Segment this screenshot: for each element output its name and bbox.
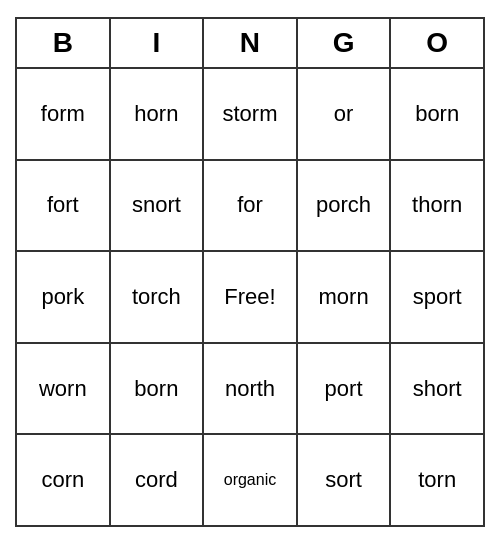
bingo-cell-2-2: Free! xyxy=(204,252,298,342)
bingo-cell-4-2: organic xyxy=(204,435,298,525)
bingo-cell-1-4: thorn xyxy=(391,161,483,251)
bingo-cell-0-3: or xyxy=(298,69,392,159)
bingo-row-3: wornbornnorthportshort xyxy=(17,344,483,436)
header-cell-i: I xyxy=(111,19,205,67)
bingo-cell-1-2: for xyxy=(204,161,298,251)
bingo-cell-2-1: torch xyxy=(111,252,205,342)
header-cell-n: N xyxy=(204,19,298,67)
bingo-cell-0-0: form xyxy=(17,69,111,159)
bingo-cell-3-1: born xyxy=(111,344,205,434)
bingo-cell-0-2: storm xyxy=(204,69,298,159)
bingo-cell-4-0: corn xyxy=(17,435,111,525)
bingo-cell-3-4: short xyxy=(391,344,483,434)
bingo-row-2: porktorchFree!mornsport xyxy=(17,252,483,344)
header-cell-o: O xyxy=(391,19,483,67)
bingo-body: formhornstormorbornfortsnortforporchthor… xyxy=(17,69,483,525)
bingo-cell-4-3: sort xyxy=(298,435,392,525)
bingo-cell-0-1: horn xyxy=(111,69,205,159)
header-cell-b: B xyxy=(17,19,111,67)
bingo-cell-2-0: pork xyxy=(17,252,111,342)
bingo-cell-2-4: sport xyxy=(391,252,483,342)
bingo-header: BINGO xyxy=(17,19,483,69)
bingo-cell-3-0: worn xyxy=(17,344,111,434)
bingo-cell-1-0: fort xyxy=(17,161,111,251)
bingo-cell-2-3: morn xyxy=(298,252,392,342)
bingo-cell-4-1: cord xyxy=(111,435,205,525)
bingo-row-0: formhornstormorborn xyxy=(17,69,483,161)
header-cell-g: G xyxy=(298,19,392,67)
bingo-cell-1-1: snort xyxy=(111,161,205,251)
bingo-row-1: fortsnortforporchthorn xyxy=(17,161,483,253)
bingo-row-4: corncordorganicsorttorn xyxy=(17,435,483,525)
bingo-cell-4-4: torn xyxy=(391,435,483,525)
bingo-card: BINGO formhornstormorbornfortsnortforpor… xyxy=(15,17,485,527)
bingo-cell-3-3: port xyxy=(298,344,392,434)
bingo-cell-0-4: born xyxy=(391,69,483,159)
bingo-cell-1-3: porch xyxy=(298,161,392,251)
bingo-cell-3-2: north xyxy=(204,344,298,434)
